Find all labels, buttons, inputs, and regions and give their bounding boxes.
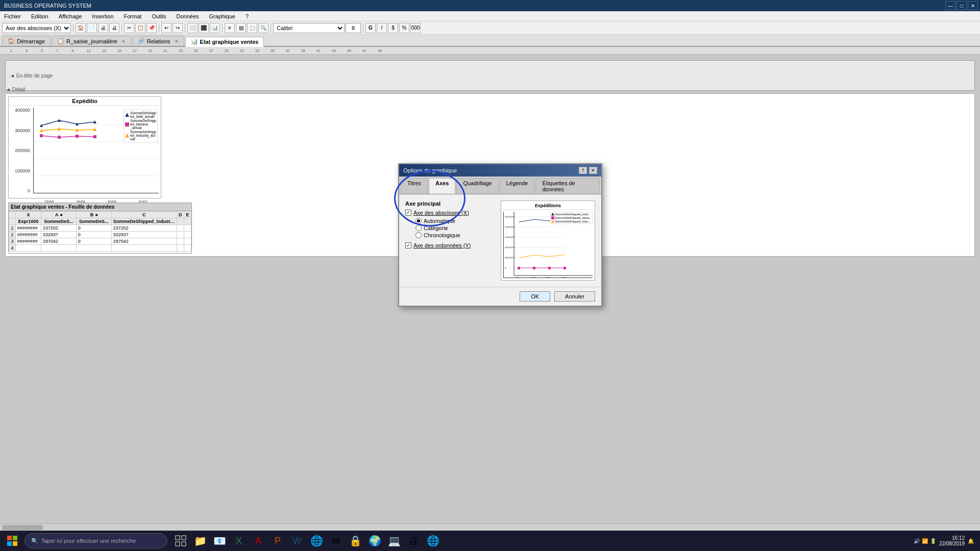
start-button[interactable] [2, 532, 22, 550]
vpn-icon[interactable]: 🔒 [346, 532, 364, 550]
file-explorer-icon[interactable]: 📁 [191, 532, 209, 550]
checkbox-x[interactable]: ✓ [405, 210, 411, 216]
menu-outils[interactable]: Outils [150, 12, 168, 20]
dialog-tab-axes[interactable]: Axes [429, 178, 455, 194]
cancel-button[interactable]: Annuler [554, 291, 595, 302]
tb-btn-redo[interactable]: ↪ [173, 23, 183, 33]
chrome-icon[interactable]: 🌐 [424, 532, 442, 550]
task-view-btn[interactable] [172, 532, 190, 550]
minimize-btn[interactable]: — [945, 1, 955, 10]
checkbox-y-row[interactable]: ✓ Axe des ordonnées (Y) [405, 242, 495, 248]
radio-automatique[interactable]: Automatique [415, 218, 495, 224]
outlook-icon[interactable]: 📧 [210, 532, 229, 550]
tb-btn-1[interactable]: 🏠 [76, 23, 86, 33]
italic-btn[interactable]: I [377, 23, 387, 33]
row-2-num: 2 [9, 232, 16, 238]
tb-btn-7[interactable]: 📊 [210, 23, 220, 33]
font-size-input[interactable] [346, 23, 361, 33]
svg-rect-38 [93, 135, 96, 138]
axis-select[interactable]: Axe des abscisses (X) [2, 23, 71, 33]
radio-chronologique[interactable]: Chronologique [415, 232, 495, 238]
tb-btn-cut[interactable]: ✂ [124, 23, 134, 33]
svg-rect-72 [182, 542, 186, 546]
word-icon[interactable]: W [288, 532, 306, 550]
tb-btn-print[interactable]: 🖨 [109, 23, 119, 33]
tab-relations[interactable]: 🔗 Relations ✕ [132, 36, 184, 46]
svg-text:19: 19 [148, 49, 152, 53]
menu-affichage[interactable]: Affichage [57, 12, 84, 20]
tb-btn-2[interactable]: 📄 [87, 23, 97, 33]
clock: 16:12 22/08/2019 [939, 535, 965, 546]
menu-edition[interactable]: Edition [29, 12, 51, 20]
maximize-btn[interactable]: □ [957, 1, 967, 10]
ok-button[interactable]: OK [520, 291, 550, 302]
svg-text:2626: 2626 [515, 277, 521, 278]
percent-btn[interactable]: % [399, 23, 409, 33]
radio-chronologique-btn[interactable] [415, 232, 422, 238]
menu-graphique[interactable]: Graphique [207, 12, 237, 20]
ie-icon[interactable]: 🌐 [307, 532, 326, 550]
currency-btn[interactable]: $ [388, 23, 398, 33]
font-select[interactable]: Calibri [273, 23, 345, 33]
tb-btn-8[interactable]: ≡ [225, 23, 235, 33]
tb-btn-paste[interactable]: 📌 [146, 23, 157, 33]
tab-close-relations[interactable]: ✕ [175, 39, 179, 44]
svg-rect-60 [564, 267, 566, 269]
print-icon[interactable]: 🖨 [404, 532, 423, 550]
horizontal-scrollbar[interactable] [0, 523, 980, 531]
tb-btn-undo[interactable]: ↩ [161, 23, 172, 33]
chart-legend: SommeDeShipped_total_actual SommeDeShipp… [124, 110, 158, 143]
row-3-c: 297042 [111, 238, 177, 245]
radio-automatique-btn[interactable] [415, 218, 422, 224]
taskbar-search[interactable]: 🔍 Taper ici pour effectuer une recherche [24, 533, 167, 548]
hscroll-thumb[interactable] [2, 525, 43, 530]
dialog-content: Axe principal ✓ Axe des abscisses (X) Au… [399, 194, 601, 287]
tab-demarrage[interactable]: 🏠 Démarrage [2, 36, 51, 46]
tab-etat-graphique[interactable]: 📊 Etat graphique ventes [185, 37, 264, 47]
checkbox-x-row[interactable]: ✓ Axe des abscisses (X) [405, 210, 495, 216]
computer-icon[interactable]: 💻 [385, 532, 403, 550]
svg-rect-35 [40, 134, 43, 137]
page-header-label: ◄ En-tête de page [10, 73, 53, 79]
excel-icon[interactable]: X [230, 532, 248, 550]
dialog-tab-etiquettes[interactable]: Étiquettes de données [535, 178, 600, 194]
tb-btn-9[interactable]: ▤ [236, 23, 246, 33]
browser-icon[interactable]: 🌍 [365, 532, 384, 550]
dialog-tab-legende[interactable]: Légende [500, 178, 535, 194]
menu-help[interactable]: ? [243, 12, 251, 20]
row-1-e [184, 225, 191, 232]
menu-donnees[interactable]: Données [175, 12, 201, 20]
close-btn[interactable]: ✕ [968, 1, 978, 10]
mail-icon[interactable]: ✉ [327, 532, 345, 550]
powerpoint-icon[interactable]: P [268, 532, 287, 550]
menu-format[interactable]: Format [122, 12, 144, 20]
tb-btn-3[interactable]: 🖨 [98, 23, 108, 33]
dialog-close-btn[interactable]: ✕ [589, 167, 597, 174]
dialog-tab-titres[interactable]: Titres [401, 178, 428, 194]
row-1-num: 1 [9, 225, 16, 232]
svg-rect-69 [176, 536, 180, 540]
tab-close-saisie[interactable]: ✕ [121, 39, 126, 44]
tb-btn-5[interactable]: ⬜ [187, 23, 198, 33]
table-row: 3 ######## 297042 0 297042 [9, 238, 191, 245]
dialog-tab-quadrillage[interactable]: Quadrillage [456, 178, 498, 194]
dialog-controls[interactable]: ? ✕ [579, 167, 597, 174]
notification-icon[interactable]: 🔔 [968, 538, 974, 544]
dialog-tabs: Titres Axes Quadrillage Légende Étiquett… [399, 177, 601, 194]
th-col-d [177, 218, 184, 225]
menu-fichier[interactable]: Fichier [2, 12, 23, 20]
menu-insertion[interactable]: Insertion [90, 12, 115, 20]
bold-btn[interactable]: G [365, 23, 376, 33]
tb-btn-11[interactable]: 🔍 [258, 23, 268, 33]
tb-btn-10[interactable]: ⬚ [247, 23, 257, 33]
radio-categorie-btn[interactable] [415, 225, 422, 231]
thousands-btn[interactable]: 000 [410, 23, 421, 33]
tab-saisie-journaliere[interactable]: 📋 R_saisie_journalière ✕ [52, 36, 131, 46]
tb-btn-6[interactable]: ⬛ [199, 23, 209, 33]
window-controls[interactable]: — □ ✕ [945, 1, 978, 10]
dialog-help-btn[interactable]: ? [579, 167, 587, 174]
radio-categorie[interactable]: Catégorie [415, 225, 495, 231]
tb-btn-copy[interactable]: 📋 [135, 23, 145, 33]
access-icon[interactable]: A [249, 532, 267, 550]
checkbox-y[interactable]: ✓ [405, 242, 411, 248]
